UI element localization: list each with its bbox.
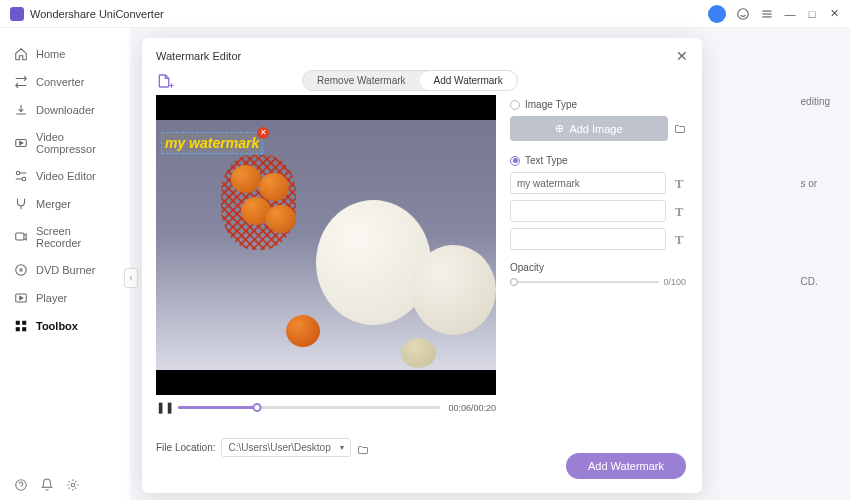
- pause-button[interactable]: ❚❚: [156, 401, 170, 414]
- opacity-label: Opacity: [510, 262, 686, 273]
- chevron-down-icon: ▾: [340, 443, 344, 452]
- svg-point-16: [71, 483, 75, 487]
- sidebar-item-label: DVD Burner: [36, 264, 95, 276]
- sidebar-item-converter[interactable]: Converter: [0, 68, 130, 96]
- titlebar: Wondershare UniConverter — □ ✕: [0, 0, 850, 28]
- progress-handle[interactable]: [252, 403, 261, 412]
- close-window-button[interactable]: ✕: [828, 8, 840, 20]
- progress-fill: [178, 406, 257, 409]
- watermark-text-input-3[interactable]: [510, 228, 666, 250]
- sidebar-item-label: Downloader: [36, 104, 95, 116]
- maximize-button[interactable]: □: [806, 8, 818, 20]
- svg-rect-13: [16, 327, 20, 331]
- support-icon[interactable]: [736, 7, 750, 21]
- watermark-options: Image Type ⊕ Add Image Text Type: [508, 95, 688, 481]
- svg-point-6: [22, 177, 26, 181]
- svg-rect-14: [22, 327, 26, 331]
- svg-rect-12: [22, 321, 26, 325]
- opacity-value: 0/100: [663, 277, 686, 287]
- time-display: 00:06/00:20: [448, 403, 496, 413]
- user-avatar-icon[interactable]: [708, 5, 726, 23]
- watermark-overlay[interactable]: my watermark ✕: [161, 132, 263, 154]
- add-image-button[interactable]: ⊕ Add Image: [510, 116, 668, 141]
- player-icon: [14, 291, 28, 305]
- background-text: editing s or CD.: [801, 88, 830, 296]
- sidebar-item-label: Converter: [36, 76, 84, 88]
- svg-point-15: [16, 480, 27, 491]
- preview-frame: [156, 120, 496, 370]
- sidebar-item-video-editor[interactable]: Video Editor: [0, 162, 130, 190]
- text-style-icon[interactable]: T: [672, 204, 686, 218]
- tab-add-watermark[interactable]: Add Watermark: [420, 71, 517, 90]
- converter-icon: [14, 75, 28, 89]
- video-preview[interactable]: my watermark ✕: [156, 95, 496, 395]
- sidebar: Home Converter Downloader Video Compress…: [0, 28, 130, 500]
- toolbox-icon: [14, 319, 28, 333]
- image-type-label: Image Type: [525, 99, 577, 110]
- watermark-text: my watermark: [165, 135, 259, 151]
- menu-icon[interactable]: [760, 7, 774, 21]
- tab-group: Remove Watermark Add Watermark: [302, 70, 518, 91]
- watermark-editor-modal: Watermark Editor ✕ + Remove Watermark Ad…: [142, 38, 702, 493]
- text-type-radio[interactable]: [510, 156, 520, 166]
- sidebar-item-home[interactable]: Home: [0, 40, 130, 68]
- help-icon[interactable]: [14, 478, 28, 492]
- app-logo-icon: [10, 7, 24, 21]
- sidebar-item-screen-recorder[interactable]: Screen Recorder: [0, 218, 130, 256]
- file-location-select[interactable]: C:\Users\User\Desktop ▾: [221, 438, 351, 457]
- text-style-icon[interactable]: T: [672, 176, 686, 190]
- modal-title: Watermark Editor: [156, 50, 241, 62]
- sidebar-item-label: Video Compressor: [36, 131, 116, 155]
- sidebar-item-label: Home: [36, 48, 65, 60]
- tab-remove-watermark[interactable]: Remove Watermark: [303, 71, 420, 90]
- editor-icon: [14, 169, 28, 183]
- watermark-text-input-2[interactable]: [510, 200, 666, 222]
- sidebar-item-label: Screen Recorder: [36, 225, 116, 249]
- player-controls: ❚❚ 00:06/00:20: [156, 395, 496, 420]
- compressor-icon: [14, 136, 28, 150]
- progress-bar[interactable]: [178, 406, 440, 409]
- plus-icon: ⊕: [555, 122, 564, 135]
- sidebar-item-merger[interactable]: Merger: [0, 190, 130, 218]
- file-location-path: C:\Users\User\Desktop: [228, 442, 330, 453]
- watermark-text-input-1[interactable]: [510, 172, 666, 194]
- sidebar-item-toolbox[interactable]: Toolbox: [0, 312, 130, 340]
- add-watermark-button[interactable]: Add Watermark: [566, 453, 686, 479]
- image-type-radio[interactable]: [510, 100, 520, 110]
- text-style-icon[interactable]: T: [672, 232, 686, 246]
- titlebar-controls: — □ ✕: [708, 5, 840, 23]
- svg-point-8: [16, 265, 27, 276]
- add-file-icon[interactable]: +: [156, 73, 172, 89]
- sidebar-item-player[interactable]: Player: [0, 284, 130, 312]
- still-life-net-bag: [221, 155, 321, 265]
- opacity-slider[interactable]: [510, 281, 659, 283]
- sidebar-item-downloader[interactable]: Downloader: [0, 96, 130, 124]
- sidebar-item-dvd-burner[interactable]: DVD Burner: [0, 256, 130, 284]
- sidebar-item-label: Toolbox: [36, 320, 78, 332]
- still-life-orange: [286, 315, 320, 347]
- merger-icon: [14, 197, 28, 211]
- close-icon[interactable]: ✕: [676, 48, 688, 64]
- still-life-object: [401, 338, 436, 368]
- download-icon: [14, 103, 28, 117]
- svg-rect-11: [16, 321, 20, 325]
- bell-icon[interactable]: [40, 478, 54, 492]
- svg-point-0: [738, 8, 749, 19]
- dvd-icon: [14, 263, 28, 277]
- recorder-icon: [14, 230, 28, 244]
- browse-image-icon[interactable]: [674, 123, 686, 135]
- home-icon: [14, 47, 28, 61]
- minimize-button[interactable]: —: [784, 8, 796, 20]
- opacity-handle[interactable]: [510, 278, 518, 286]
- content-area: editing s or CD. Watermark Editor ✕ + Re…: [130, 28, 850, 500]
- still-life-egg: [411, 245, 496, 335]
- sidebar-item-label: Player: [36, 292, 67, 304]
- file-location-label: File Location:: [156, 442, 215, 453]
- svg-rect-7: [16, 233, 24, 240]
- open-folder-icon[interactable]: [357, 442, 369, 454]
- sidebar-item-video-compressor[interactable]: Video Compressor: [0, 124, 130, 162]
- text-type-label: Text Type: [525, 155, 568, 166]
- sidebar-item-label: Merger: [36, 198, 71, 210]
- app-title: Wondershare UniConverter: [30, 8, 708, 20]
- settings-icon[interactable]: [66, 478, 80, 492]
